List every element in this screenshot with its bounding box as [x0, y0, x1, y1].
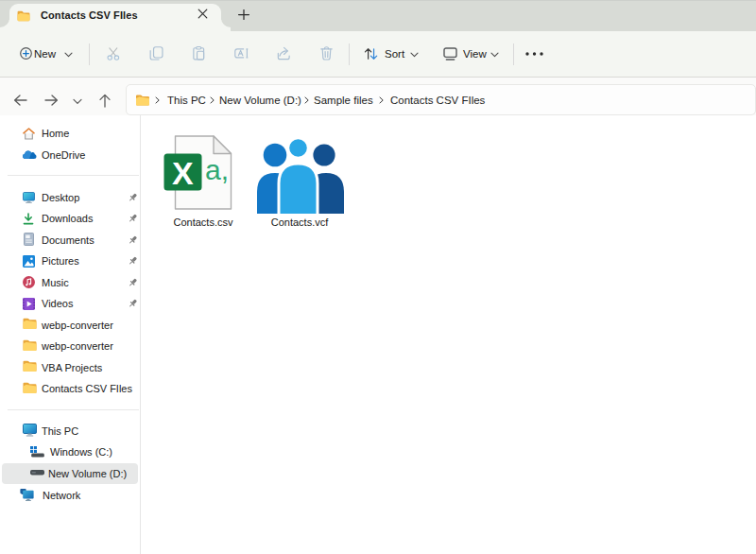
svg-text:a,: a,: [205, 154, 229, 185]
svg-text:X: X: [172, 155, 194, 191]
